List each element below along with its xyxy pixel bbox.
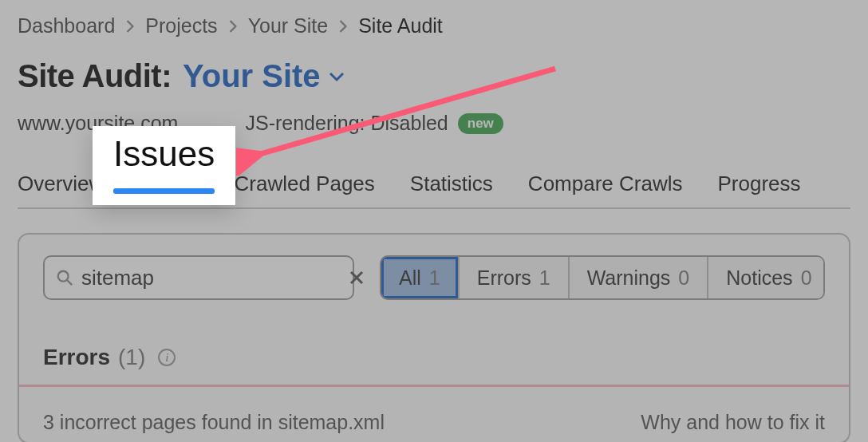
svg-line-1 (67, 280, 72, 285)
breadcrumb-item[interactable]: Projects (145, 14, 217, 37)
search-box[interactable] (43, 255, 354, 300)
filter-label: All (399, 266, 421, 290)
filter-errors[interactable]: Errors 1 (460, 257, 570, 298)
site-selector-label: Your Site (183, 58, 321, 94)
breadcrumb: Dashboard Projects Your Site Site Audit (18, 14, 850, 37)
filter-label: Warnings (587, 266, 671, 290)
issue-help-link[interactable]: Why and how to fix it (641, 411, 825, 434)
errors-heading: Errors (1) i (43, 345, 825, 370)
filter-segmented: All 1 Errors 1 Warnings 0 Notices 0 (380, 255, 825, 300)
info-icon[interactable]: i (158, 349, 176, 366)
breadcrumb-item[interactable]: Your Site (248, 14, 329, 37)
filter-count: 1 (429, 266, 440, 290)
errors-heading-count: (1) (118, 345, 145, 370)
filter-count: 0 (801, 266, 812, 290)
filter-warnings[interactable]: Warnings 0 (570, 257, 709, 298)
filter-count: 0 (678, 266, 689, 290)
svg-point-0 (58, 271, 69, 282)
search-input[interactable] (73, 266, 349, 290)
tabs: Overview Issues Crawled Pages Statistics… (18, 172, 850, 209)
chevron-right-icon (126, 20, 134, 33)
issues-panel: All 1 Errors 1 Warnings 0 Notices 0 (18, 233, 850, 442)
site-selector[interactable]: Your Site (183, 58, 345, 94)
tab-crawled-pages[interactable]: Crawled Pages (235, 172, 375, 196)
page-title-row: Site Audit: Your Site (18, 58, 850, 94)
meta-row: www.yoursite.com JS-rendering: Disabled … (18, 112, 850, 135)
filter-all[interactable]: All 1 (381, 257, 460, 298)
issue-row[interactable]: 3 incorrect pages found in sitemap.xml W… (43, 411, 825, 434)
error-divider (19, 385, 849, 387)
new-badge: new (458, 113, 503, 134)
chevron-down-icon (329, 71, 345, 82)
breadcrumb-item[interactable]: Dashboard (18, 14, 115, 37)
breadcrumb-item-current: Site Audit (358, 14, 443, 37)
issue-title: 3 incorrect pages found in sitemap.xml (43, 411, 385, 434)
chevron-right-icon (339, 20, 347, 33)
filter-notices[interactable]: Notices 0 (708, 257, 825, 298)
js-rendering-status: JS-rendering: Disabled (245, 112, 448, 135)
clear-icon[interactable] (349, 270, 365, 286)
search-icon (56, 269, 73, 286)
page-title: Site Audit: (18, 58, 172, 94)
tab-statistics[interactable]: Statistics (410, 172, 493, 196)
filter-label: Notices (726, 266, 792, 290)
site-domain: www.yoursite.com (18, 112, 178, 135)
errors-heading-label: Errors (43, 345, 110, 370)
chevron-right-icon (229, 20, 237, 33)
filter-count: 1 (539, 266, 550, 290)
tab-progress[interactable]: Progress (717, 172, 800, 196)
tab-compare-crawls[interactable]: Compare Crawls (528, 172, 683, 196)
filter-label: Errors (477, 266, 531, 290)
tab-overview[interactable]: Overview (18, 172, 104, 196)
